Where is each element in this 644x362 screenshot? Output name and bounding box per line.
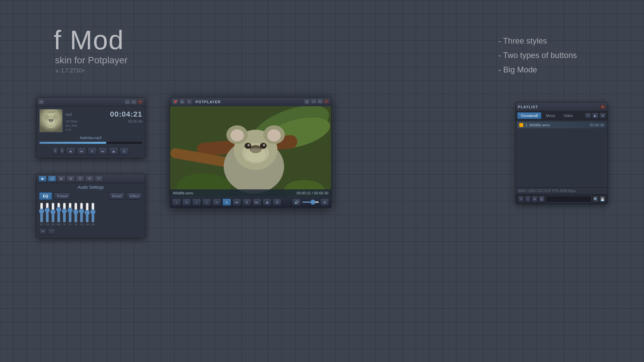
mini-menu-button[interactable]: ≡ (39, 100, 44, 104)
mini-eject-button[interactable]: ⏏ (109, 147, 118, 155)
video-image (170, 106, 331, 197)
eq-slider-6k[interactable] (73, 202, 78, 223)
audio-tab-settings[interactable]: ⚙ (86, 176, 94, 182)
svg-point-27 (263, 144, 265, 146)
video-menu-button[interactable]: ≡ (186, 99, 192, 105)
eq-slider-14k[interactable] (85, 202, 90, 223)
video-volume-slider[interactable] (302, 201, 319, 203)
preset-button[interactable]: Preset (54, 192, 71, 200)
video-prev-button[interactable]: ⏮ (232, 198, 241, 206)
video-pause-button[interactable]: ⏸ (243, 198, 251, 206)
eq-add-button[interactable]: + (39, 228, 47, 235)
mini-grid-btn-2[interactable]: ⠿ (59, 147, 65, 155)
title-section: f Mod skin for Potplayer v. 1.7.2710+ (54, 27, 127, 74)
playlist-tab-main[interactable]: Основной (517, 112, 541, 119)
reset-button[interactable]: Reset (109, 192, 125, 200)
video-restore-button[interactable]: □ (317, 99, 323, 104)
audio-tab-close[interactable]: ✕ (95, 176, 103, 182)
video-eject-button[interactable]: ⏏ (263, 198, 271, 206)
svg-text:ninja tuna: ninja tuna (48, 129, 54, 131)
playlist-close-button[interactable]: ✕ (600, 105, 605, 109)
audio-tab-eq[interactable]: ☰ (76, 176, 84, 182)
video-snapshot-button[interactable]: ⊙ (182, 198, 191, 206)
video-next-button[interactable]: ⏭ (253, 198, 261, 206)
video-titlebar-left: 📌 ⊞ ≡ (172, 99, 192, 105)
video-list-button[interactable]: ☰ (273, 198, 281, 206)
playlist-bottom-bar: + − ✕ ☰ 🔍 💾 (516, 194, 607, 204)
eq-band-0: 60 (39, 202, 44, 226)
video-pin-button[interactable]: 📌 (172, 99, 178, 105)
playlist-add-button[interactable]: + (518, 196, 524, 202)
audio-tab-screen[interactable]: ⊞ (67, 176, 75, 182)
video-fullscreen-button[interactable]: ⊞ (320, 198, 329, 206)
eq-label-16k: 16k (91, 223, 95, 226)
feature-1: - Three styles (498, 34, 577, 48)
mini-next-button[interactable]: ⏭ (98, 147, 108, 155)
playlist-nav-button[interactable]: ▶ (592, 113, 599, 119)
mini-close-button[interactable]: ✕ (138, 100, 143, 104)
playlist-tab-video[interactable]: Video (560, 112, 577, 119)
video-ratio-button[interactable]: ⇔ (212, 198, 221, 206)
playlist-menu-button[interactable]: ☰ (539, 196, 545, 202)
video-minimize-button[interactable]: — (311, 99, 316, 104)
playlist-item[interactable]: 1. Wildlife.wmv 00:00:30 (517, 122, 606, 128)
eq-slider-600[interactable] (56, 202, 61, 223)
eq-slider-1k[interactable] (62, 202, 67, 223)
video-timecode: 00:00:21 / 00:00:30 (297, 191, 328, 195)
video-controls-bar: i ⊙ ♪ □ ⇔ ■ ⏮ ⏸ ⏭ ⏏ ☰ 🔊 ⊞ (170, 197, 331, 207)
playlist-search-input[interactable] (546, 196, 592, 202)
mini-info: mp3 00:04:21 192 kbps 00:05:48 44.1 kHz … (65, 110, 142, 131)
video-filename-bar: Wildlife.wmv 00:00:21 / 00:00:30 (170, 189, 331, 197)
app-title: f Mod (54, 27, 127, 54)
eq-slider-170[interactable] (45, 202, 50, 223)
playlist-search-button[interactable]: 🔍 (593, 196, 599, 202)
mini-restore-button[interactable]: □ (131, 100, 137, 104)
video-close-button[interactable]: ✕ (324, 99, 329, 104)
mini-minimize-button[interactable]: — (125, 100, 130, 104)
svg-point-28 (246, 148, 266, 162)
mini-grid-btn-1[interactable]: ⠿ (53, 147, 58, 155)
mini-stop-button[interactable]: ■ (66, 147, 75, 155)
eq-slider-310[interactable] (51, 202, 55, 223)
eq-slider-12k[interactable] (79, 202, 84, 223)
svg-point-4 (53, 115, 59, 120)
video-stop-button[interactable]: ■ (222, 198, 231, 206)
app-version: v. 1.7.2710+ (56, 68, 127, 74)
eq-slider-16k[interactable] (91, 202, 95, 223)
video-audio-button[interactable]: ♪ (192, 198, 201, 206)
app-subtitle: skin for Potplayer (55, 55, 127, 66)
svg-point-26 (248, 144, 250, 146)
video-subtitle-button[interactable]: □ (202, 198, 211, 206)
playlist-clear-button[interactable]: ✕ (532, 196, 538, 202)
video-snap-button[interactable]: ⊞ (179, 99, 185, 105)
svg-point-8 (52, 119, 53, 121)
audio-tab-vol[interactable]: 🔊 (48, 176, 56, 182)
eq-label-600: 600 (57, 223, 61, 226)
eq-slider-60[interactable] (39, 202, 44, 223)
playlist-remove-button[interactable]: − (525, 196, 531, 202)
eq-button[interactable]: EQ (39, 192, 52, 200)
eq-label-310: 310 (51, 223, 55, 226)
video-info-button[interactable]: i (172, 198, 181, 206)
mini-progress-bar[interactable] (39, 142, 142, 144)
album-art: mr.ScrufF ninja tuna (39, 109, 63, 132)
mini-frequency: 44.1 kHz (65, 124, 77, 127)
eq-label-14k: 14k (85, 223, 89, 226)
eq-remove-button[interactable]: - (48, 228, 55, 235)
playlist-expand-button[interactable]: ▾ (599, 113, 606, 119)
mini-pause-button[interactable]: ⏸ (88, 147, 97, 155)
playlist-add-tab-button[interactable]: + (585, 113, 591, 119)
audio-tab-player[interactable]: ▶ (39, 176, 47, 182)
eq-slider-3k[interactable] (68, 202, 72, 223)
video-vol-button[interactable]: 🔊 (292, 198, 301, 206)
video-content: Wildlife.wmv 00:00:21 / 00:00:30 (170, 106, 331, 197)
eq-label-6k: 6k (74, 223, 77, 226)
audio-tab-play2[interactable]: ▶ (57, 176, 65, 182)
mini-prev-button[interactable]: ⏮ (77, 147, 86, 155)
effect-button[interactable]: Effect (127, 192, 142, 200)
mini-list-button[interactable]: ☰ (120, 147, 129, 155)
video-tb-icon1[interactable]: ⊟ (304, 99, 310, 105)
eq-add-remove: + - (37, 227, 145, 238)
playlist-tab-music[interactable]: Music (542, 112, 559, 119)
playlist-save-button[interactable]: 💾 (599, 196, 605, 202)
